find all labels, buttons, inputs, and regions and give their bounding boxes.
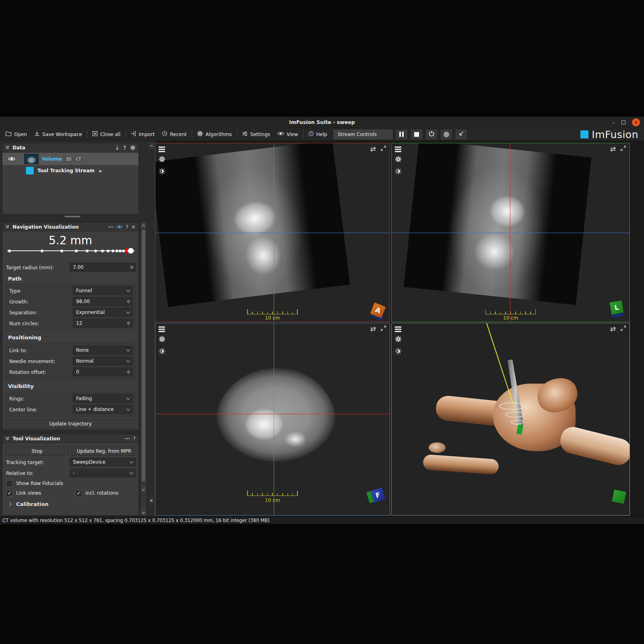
close-button[interactable]: × (632, 118, 640, 126)
slider-knob[interactable] (128, 248, 134, 254)
viewport-menu-icon[interactable] (159, 326, 165, 328)
incl-rotations-checkbox[interactable]: ✓ (75, 490, 82, 497)
crosshair-vertical-green[interactable] (274, 143, 274, 322)
scroll-up-arrow[interactable] (141, 223, 146, 229)
import-button[interactable]: Import (127, 129, 158, 140)
center-line-dropdown[interactable]: Line + distance (73, 405, 133, 414)
brightness-icon[interactable] (159, 168, 165, 176)
view-button[interactable]: View (274, 129, 301, 140)
viewport-menu-icon[interactable] (395, 326, 401, 328)
play-icon[interactable]: ▶ (99, 169, 103, 173)
growth-spinner[interactable]: 98.00 (73, 297, 133, 306)
algorithms-button[interactable]: Algorithms (193, 129, 235, 140)
gear-icon[interactable] (159, 156, 165, 164)
scroll-down-arrow[interactable] (141, 486, 146, 492)
settings-button[interactable]: Settings (238, 129, 274, 140)
rotation-offset-spinner[interactable]: 0 (73, 367, 133, 376)
spinner-arrows-icon[interactable] (128, 371, 130, 373)
spinner-arrows-icon[interactable] (128, 300, 130, 303)
ring-distance-slider[interactable] (7, 248, 134, 254)
panel-close-icon[interactable]: × (131, 224, 136, 230)
crosshair-vertical-green[interactable] (274, 323, 274, 515)
update-trajectory-button[interactable]: Update trajectory (5, 419, 136, 428)
update-reg-from-mpr-button[interactable]: Update Reg. from MPR (72, 446, 136, 456)
viewport-ct-axial[interactable]: ⇄ 10 cm F (155, 323, 390, 516)
type-dropdown[interactable]: Funnel (73, 286, 133, 295)
open-button[interactable]: Open (2, 129, 31, 140)
save-workspace-button[interactable]: Save Workspace (31, 129, 86, 140)
crosshair-horizontal-red[interactable] (155, 414, 390, 414)
minimize-button[interactable]: – (612, 120, 615, 124)
viewport-menu-icon[interactable] (159, 147, 165, 148)
brightness-icon[interactable] (395, 348, 402, 356)
tool-panel-header[interactable]: Tool Visualization ··· ? (2, 434, 138, 443)
spinner-arrows-icon[interactable] (131, 266, 133, 268)
collapse-sidebar-button[interactable]: « (148, 494, 155, 506)
crosshair-horizontal-blue[interactable] (392, 233, 630, 233)
sidebar-scrollbar[interactable] (140, 222, 147, 516)
viewport-ct-coronal[interactable]: ⇄ 10 cm L (391, 143, 630, 322)
visibility-eye-icon[interactable] (8, 155, 15, 163)
expand-view-icon[interactable] (380, 325, 386, 333)
crosshair-horizontal-blue[interactable] (155, 233, 390, 233)
stop-button[interactable]: Stop (5, 446, 69, 456)
recent-button[interactable]: Recent (158, 129, 190, 140)
link-to-dropdown[interactable]: None (73, 346, 133, 355)
expand-view-icon[interactable] (380, 145, 386, 153)
swap-view-icon[interactable]: ⇄ (370, 326, 376, 332)
needle-movement-dropdown[interactable]: Normal (73, 357, 133, 365)
separation-dropdown[interactable]: Exponential (73, 308, 133, 317)
swap-view-icon[interactable]: ⇄ (610, 326, 616, 332)
viewport-3d[interactable]: ⇄ (391, 323, 630, 516)
viewport-ct-sagittal[interactable]: ⇄ 10 cm A (155, 143, 390, 322)
move-down-icon[interactable]: ↓ (115, 144, 120, 151)
swap-view-icon[interactable]: ⇄ (610, 146, 616, 153)
brightness-icon[interactable] (159, 348, 165, 356)
swap-view-icon[interactable]: ⇄ (370, 146, 376, 153)
data-item-volume[interactable]: Volume 3D CT (2, 153, 138, 165)
power-button[interactable] (425, 129, 438, 140)
scale-label: 10 cm (503, 315, 518, 321)
stream-controls-button[interactable]: Stream Controls (333, 129, 393, 140)
strip-up-arrow[interactable] (148, 143, 155, 149)
viewport-menu-icon[interactable] (395, 147, 401, 148)
target-radius-spinner[interactable]: 7.00 (70, 263, 136, 272)
data-item-tool-tracking-stream[interactable]: Tool Tracking Stream ▶ (2, 165, 138, 176)
panel-splitter-handle[interactable] (64, 216, 80, 217)
help-button[interactable]: ? Help (305, 129, 331, 140)
maximize-button[interactable] (621, 120, 625, 124)
spinner-arrows-icon[interactable] (128, 322, 130, 324)
record-button[interactable] (440, 129, 452, 140)
scroll-down-arrow[interactable] (141, 509, 146, 515)
relative-to-dropdown[interactable]: - (70, 469, 136, 477)
crosshair-vertical-red[interactable] (510, 143, 510, 322)
gear-icon[interactable] (130, 145, 136, 151)
panel-help-icon[interactable]: ? (133, 436, 136, 442)
link-views-checkbox[interactable]: ✓ (6, 490, 13, 497)
move-up-icon[interactable]: ↑ (122, 144, 127, 151)
expand-view-icon[interactable] (620, 325, 626, 333)
expand-view-icon[interactable] (620, 145, 626, 153)
pause-button[interactable] (396, 129, 408, 140)
gear-icon[interactable] (395, 336, 402, 344)
rings-dropdown[interactable]: Fading (73, 394, 133, 403)
data-panel-header[interactable]: Data ↓ ↑ (2, 143, 138, 152)
scrollbar-thumb[interactable] (142, 230, 145, 481)
panel-eye-icon[interactable] (116, 225, 123, 229)
ellipsis-menu-icon[interactable]: ··· (108, 224, 114, 230)
calibration-section[interactable]: Calibration (16, 501, 49, 507)
gear-icon[interactable] (159, 336, 165, 344)
dock-arrow-button[interactable] (455, 129, 467, 140)
orientation-cube-3d[interactable] (612, 489, 626, 504)
navigation-panel-header[interactable]: Navigation Visualization ··· ? × (2, 223, 138, 231)
panel-help-icon[interactable]: ? (126, 224, 128, 230)
ellipsis-menu-icon[interactable]: ··· (124, 436, 130, 442)
num-circles-spinner[interactable]: 12 (73, 319, 133, 328)
gear-icon[interactable] (395, 156, 402, 164)
close-all-button[interactable]: Close all (89, 129, 124, 140)
orientation-cube-l[interactable]: L (610, 301, 624, 315)
brightness-icon[interactable] (395, 168, 402, 176)
tracking-target-dropdown[interactable]: SweepDevice (70, 458, 136, 466)
show-raw-fiducials-checkbox[interactable] (6, 480, 13, 487)
stop-stream-button[interactable] (411, 129, 423, 140)
